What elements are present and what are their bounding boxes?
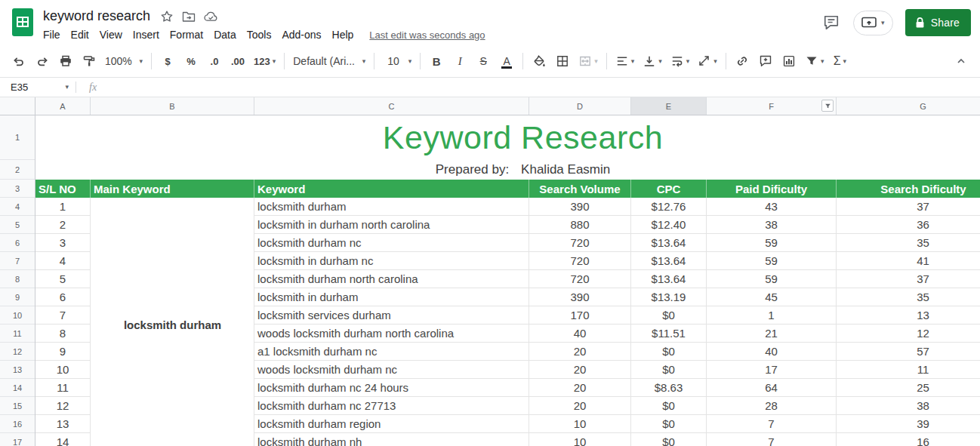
functions-dropdown[interactable]: Σ ▾ <box>828 50 851 72</box>
cell-cpc[interactable]: $13.64 <box>631 270 707 288</box>
zoom-dropdown[interactable]: 100%▾ <box>101 50 146 72</box>
menu-view[interactable]: View <box>94 26 128 43</box>
cell-volume[interactable]: 20 <box>529 397 631 415</box>
menu-tools[interactable]: Tools <box>242 26 277 43</box>
table-header-paid-dificulty[interactable]: Paid Dificulty <box>707 180 837 198</box>
row-header-1[interactable]: 1 <box>0 115 35 160</box>
cell-volume[interactable]: 720 <box>529 234 631 252</box>
cell-sl[interactable]: 11 <box>35 379 91 397</box>
cell-paid[interactable]: 38 <box>707 216 837 234</box>
cell-difficulty[interactable]: 25 <box>837 379 980 397</box>
cell-paid[interactable]: 43 <box>707 198 837 216</box>
paint-format-button[interactable] <box>78 50 100 72</box>
table-header-search-dificulty[interactable]: Search Dificulty <box>837 180 980 198</box>
font-size-dropdown[interactable]: 10▾ <box>379 50 415 72</box>
cell-sl[interactable]: 6 <box>35 288 91 306</box>
cell-sl[interactable]: 1 <box>35 198 91 216</box>
cell-volume[interactable]: 390 <box>529 288 631 306</box>
cell-sl[interactable]: 13 <box>35 415 91 433</box>
italic-button[interactable]: I <box>448 50 471 72</box>
column-header-D[interactable]: D <box>529 97 631 115</box>
cell-volume[interactable]: 40 <box>529 325 631 343</box>
table-header-s-l-no[interactable]: S/L NO <box>35 180 91 198</box>
cell-cpc[interactable]: $0 <box>631 397 707 415</box>
table-header-search-volume[interactable]: Search Volume <box>529 180 631 198</box>
row-header-9[interactable]: 9 <box>0 288 35 306</box>
cell-sl[interactable]: 10 <box>35 361 91 379</box>
cell-sl[interactable]: 12 <box>35 397 91 415</box>
cell-volume[interactable]: 10 <box>529 415 631 433</box>
cell-volume[interactable]: 720 <box>529 270 631 288</box>
row-header-10[interactable]: 10 <box>0 306 35 325</box>
cell-sl[interactable]: 3 <box>35 234 91 252</box>
cell-volume[interactable]: 720 <box>529 252 631 270</box>
cell-sl[interactable]: 2 <box>35 216 91 234</box>
insert-chart-button[interactable] <box>778 50 800 72</box>
cell-difficulty[interactable]: 41 <box>837 252 980 270</box>
table-header-main-keyword[interactable]: Main Keyword <box>91 180 254 198</box>
cell-sl[interactable]: 4 <box>35 252 91 270</box>
vertical-align-dropdown[interactable]: ▾ <box>639 50 666 72</box>
cell-keyword[interactable]: locksmith durham nh <box>254 433 529 446</box>
cell-cpc[interactable]: $13.64 <box>631 252 707 270</box>
cell-difficulty[interactable]: 57 <box>837 343 980 361</box>
row-header-3[interactable]: 3 <box>0 180 35 198</box>
cell-keyword[interactable]: locksmith durham nc 24 hours <box>254 379 529 397</box>
cell-volume[interactable]: 170 <box>529 306 631 325</box>
cell-keyword[interactable]: locksmith durham <box>254 198 529 216</box>
star-icon[interactable] <box>160 10 174 23</box>
more-formats-dropdown[interactable]: 123▾ <box>250 50 279 72</box>
cell-keyword[interactable]: locksmith durham nc <box>254 234 529 252</box>
insert-comment-button[interactable] <box>754 50 777 72</box>
cell-paid[interactable]: 59 <box>707 252 837 270</box>
row-header-13[interactable]: 13 <box>0 361 35 379</box>
cell-name-box[interactable]: E35 ▾ <box>0 78 76 97</box>
cell-cpc[interactable]: $12.76 <box>631 198 707 216</box>
row-header-6[interactable]: 6 <box>0 234 35 252</box>
menu-data[interactable]: Data <box>208 26 242 43</box>
cell-volume[interactable]: 10 <box>529 433 631 446</box>
cell-paid[interactable]: 7 <box>707 433 837 446</box>
cell-keyword[interactable]: woods locksmith durham north carolina <box>254 325 529 343</box>
filter-dropdown[interactable]: ▾ <box>801 50 828 72</box>
comment-history-button[interactable] <box>819 11 843 35</box>
cell-sl[interactable]: 7 <box>35 306 91 325</box>
column-header-C[interactable]: C <box>254 97 529 115</box>
format-percent-button[interactable]: % <box>180 50 202 72</box>
decrease-decimal-button[interactable]: .0 <box>203 50 226 72</box>
cell-sl[interactable]: 14 <box>35 433 91 446</box>
present-to-meeting-button[interactable]: ▾ <box>853 11 893 35</box>
cell-cpc[interactable]: $0 <box>631 361 707 379</box>
cell-difficulty[interactable]: 37 <box>837 198 980 216</box>
cell-volume[interactable]: 20 <box>529 343 631 361</box>
cell-difficulty[interactable]: 39 <box>837 415 980 433</box>
cell-keyword[interactable]: woods locksmith durham nc <box>254 361 529 379</box>
row-header-14[interactable]: 14 <box>0 379 35 397</box>
cell-keyword[interactable]: a1 locksmith durham nc <box>254 343 529 361</box>
merge-cells-button[interactable]: ▾ <box>575 50 602 72</box>
cell-paid[interactable]: 45 <box>707 288 837 306</box>
row-header-16[interactable]: 16 <box>0 415 35 433</box>
fill-color-button[interactable] <box>528 50 550 72</box>
cell-sl[interactable]: 9 <box>35 343 91 361</box>
cell-keyword[interactable]: locksmith in durham north carolina <box>254 216 529 234</box>
cell-keyword[interactable]: locksmith durham nc 27713 <box>254 397 529 415</box>
menu-file[interactable]: File <box>38 26 66 43</box>
text-rotation-dropdown[interactable]: ▾ <box>694 50 721 72</box>
row-header-11[interactable]: 11 <box>0 325 35 343</box>
sheets-logo-icon[interactable] <box>12 8 33 36</box>
increase-decimal-button[interactable]: .00 <box>227 50 249 72</box>
formula-input[interactable] <box>97 78 980 97</box>
last-edit-link[interactable]: Last edit was seconds ago <box>369 29 485 41</box>
column-header-F[interactable]: F <box>707 97 837 115</box>
column-header-A[interactable]: A <box>35 97 91 115</box>
column-header-B[interactable]: B <box>91 97 254 115</box>
cell-keyword[interactable]: locksmith durham north carolina <box>254 270 529 288</box>
prepared-by-label[interactable]: Prepared by: <box>436 162 509 177</box>
bold-button[interactable]: B <box>425 50 448 72</box>
menu-format[interactable]: Format <box>165 26 208 43</box>
cell-volume[interactable]: 20 <box>529 379 631 397</box>
cell-paid[interactable]: 59 <box>707 270 837 288</box>
borders-button[interactable] <box>551 50 574 72</box>
menu-insert[interactable]: Insert <box>128 26 165 43</box>
